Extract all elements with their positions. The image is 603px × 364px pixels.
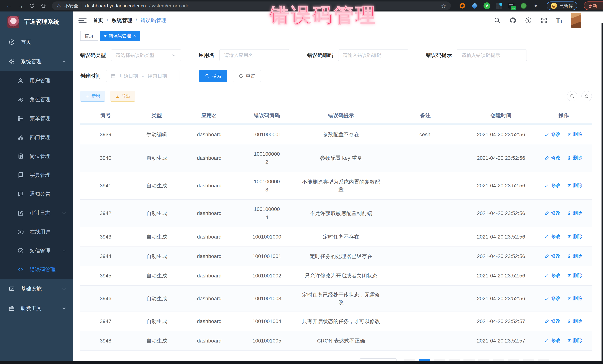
delete-link[interactable]: 删除 (567, 272, 583, 279)
sidebar-item-sms[interactable]: 短信管理 (0, 241, 73, 260)
filter-row-2: 创建时间 开始日期 - 结束日期 搜索 重置 (80, 70, 592, 82)
browser-update-chip[interactable]: 更新 ⋮ (584, 1, 603, 10)
toolbar-right (567, 91, 592, 101)
breadcrumb-home[interactable]: 首页 (93, 17, 103, 24)
cell-msg: 参数配置不存在 (298, 124, 385, 144)
edit-link[interactable]: 修改 (545, 252, 560, 260)
font-size-icon[interactable]: TT (556, 17, 563, 24)
sidebar-item-dictionary[interactable]: 字典管理 (0, 166, 73, 185)
sidebar-item-error-codes[interactable]: 错误码管理 (0, 260, 73, 279)
paused-label: 已暂停 (559, 3, 573, 9)
error-type-select[interactable]: 请选择错误码类型 (111, 49, 181, 61)
cell-code: 1001001001 (236, 247, 297, 266)
edit-link[interactable]: 修改 (545, 317, 560, 325)
tab-home[interactable]: 首页 (80, 31, 98, 41)
cell-id: 3945 (80, 266, 131, 286)
edit-link[interactable]: 修改 (545, 295, 560, 302)
sidebar-item-users[interactable]: 用户管理 (0, 71, 73, 90)
dashboard-icon (8, 39, 15, 46)
close-icon[interactable]: × (133, 33, 136, 38)
extension-vue-icon[interactable]: V (484, 2, 490, 9)
extension-onetab-icon[interactable]: on (508, 2, 515, 9)
sidebar-item-menus[interactable]: 菜单管理 (0, 109, 73, 128)
sidebar-item-departments[interactable]: 部门管理 (0, 128, 73, 147)
error-code-table: 编号 类型 应用名 错误码编码 错误码提示 备注 创建时间 操作 3939 (80, 108, 592, 351)
delete-link[interactable]: 删除 (567, 252, 583, 260)
edit-link[interactable]: 修改 (545, 131, 560, 138)
delete-link[interactable]: 删除 (567, 182, 583, 189)
chevron-down-icon[interactable] (590, 18, 594, 23)
error-code-input[interactable] (338, 49, 408, 61)
fullscreen-icon[interactable] (541, 17, 547, 24)
sidebar-item-dev-tools[interactable]: 研发工具 (0, 298, 73, 318)
refresh-icon[interactable] (581, 91, 592, 101)
sidebar-item-label: 字典管理 (30, 172, 50, 179)
cell-id: 3948 (80, 331, 131, 351)
app-name-input[interactable] (220, 49, 289, 61)
cell-created: 2021-04-20 23:52:56 (466, 286, 535, 312)
edit-link-label: 修改 (551, 317, 560, 325)
profile-paused-chip[interactable]: 已暂停 (547, 1, 577, 10)
delete-link[interactable]: 删除 (567, 337, 583, 344)
url-bar[interactable]: ⚠ 不安全 dashboard.yudao.iocoder.cn/system/… (52, 1, 451, 10)
date-range-picker[interactable]: 开始日期 - 结束日期 (106, 70, 179, 82)
browser-forward-icon[interactable]: → (16, 1, 25, 10)
sidebar-item-infrastructure[interactable]: 基础设施 (0, 279, 73, 298)
browser-menu-dots-icon[interactable]: ⋮ (601, 3, 603, 9)
toggle-search-icon[interactable] (567, 91, 577, 101)
edit-link[interactable]: 修改 (545, 182, 560, 189)
security-label[interactable]: 不安全 (64, 3, 78, 9)
sidebar-item-posts[interactable]: 岗位管理 (0, 147, 73, 166)
breadcrumb-system[interactable]: 系统管理 (112, 17, 132, 24)
edit-link[interactable]: 修改 (545, 337, 560, 344)
table-toolbar: 新增 导出 (80, 91, 592, 101)
extensions-puzzle-icon[interactable]: ✦ (533, 2, 539, 9)
edit-link[interactable]: 修改 (545, 272, 560, 279)
extension-donut-icon[interactable] (459, 2, 466, 9)
sidebar-item-audit-log[interactable]: 审计日志 (0, 203, 73, 222)
error-msg-input[interactable] (457, 49, 527, 61)
sidebar-item-home[interactable]: 首页 (0, 32, 73, 52)
export-button[interactable]: 导出 (110, 91, 135, 101)
edit-link[interactable]: 修改 (545, 233, 560, 240)
delete-link[interactable]: 删除 (567, 317, 583, 325)
sidebar-item-roles[interactable]: 角色管理 (0, 90, 73, 109)
edit-link[interactable]: 修改 (545, 209, 560, 217)
add-button[interactable]: 新增 (80, 91, 105, 101)
browser-reload-icon[interactable] (27, 1, 37, 10)
url-host[interactable]: dashboard.yudao.iocoder.cn (85, 3, 146, 9)
user-avatar[interactable] (571, 13, 581, 28)
search-button[interactable]: 搜索 (199, 70, 227, 82)
cell-code: 100100000 2 (236, 144, 297, 172)
cell-code: 1001001005 (236, 331, 297, 351)
browser-home-icon[interactable] (39, 1, 48, 10)
delete-link[interactable]: 删除 (567, 131, 583, 138)
tab-error-codes[interactable]: 错误码管理 × (100, 31, 140, 41)
sidebar-item-system[interactable]: 系统管理 (0, 52, 73, 71)
browser-back-icon[interactable]: ← (4, 1, 14, 10)
extension-gem-icon[interactable] (471, 2, 478, 9)
cell-type: 自动生成 (131, 286, 182, 312)
update-label[interactable]: 更新 (588, 3, 597, 9)
sidebar-toggle-icon[interactable] (79, 17, 87, 24)
cell-code: 1001000001 (236, 124, 297, 144)
sidebar-item-notices[interactable]: 通知公告 (0, 185, 73, 203)
delete-link[interactable]: 删除 (567, 154, 583, 161)
sidebar-item-online-users[interactable]: 在线用户 (0, 222, 73, 241)
cell-msg: CRON 表达式不正确 (298, 331, 385, 351)
cell-id: 3942 (80, 200, 131, 227)
delete-link[interactable]: 删除 (567, 233, 583, 240)
search-icon[interactable] (494, 17, 501, 24)
github-icon[interactable] (509, 17, 516, 24)
delete-link[interactable]: 删除 (567, 209, 583, 217)
extension-green-icon[interactable] (520, 2, 527, 9)
chat-bubble-icon (17, 190, 24, 198)
reset-button[interactable]: 重置 (233, 70, 261, 82)
extension-grid-icon[interactable] (496, 2, 502, 9)
bookmark-star-icon[interactable]: ☆ (441, 3, 446, 9)
sidebar-logo-row[interactable]: 芋道管理系统 (0, 11, 73, 32)
url-path[interactable]: /system/error-code (149, 3, 189, 9)
delete-link[interactable]: 删除 (567, 295, 583, 302)
help-icon[interactable] (525, 17, 532, 24)
edit-link[interactable]: 修改 (545, 154, 560, 161)
